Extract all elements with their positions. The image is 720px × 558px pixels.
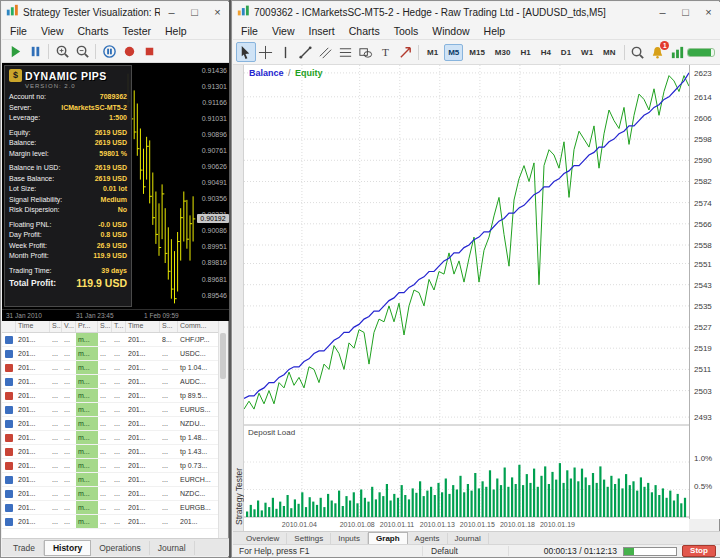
table-row[interactable]: 201.........m.........201......EURGB... <box>2 501 220 515</box>
menu-file[interactable]: File <box>234 23 265 39</box>
menu-tester[interactable]: Tester <box>115 23 158 39</box>
value-label: 2623 <box>694 69 712 78</box>
shapes-tool-button[interactable] <box>355 42 375 62</box>
table-row[interactable]: 201.........m.........201......tp 1.43..… <box>2 445 220 459</box>
tab-settings[interactable]: Settings <box>287 533 331 544</box>
value-label: 2582 <box>694 177 712 186</box>
tab-inputs[interactable]: Inputs <box>331 533 368 544</box>
table-row[interactable]: 201.........m.........201......AUDC... <box>2 375 220 389</box>
cursor-icon <box>238 45 253 60</box>
table-row[interactable]: 201.........m.........201......tp 1.04..… <box>2 361 220 375</box>
cursor-tool-button[interactable] <box>236 42 256 62</box>
menu-file[interactable]: File <box>3 23 34 39</box>
table-row[interactable]: 201.........m.........201......NZDU... <box>2 417 220 431</box>
text-tool-button[interactable]: T <box>375 42 395 62</box>
cell: ... <box>50 403 62 416</box>
history-table[interactable]: 201.........m.........201...8...CHF/JP..… <box>2 333 220 539</box>
tab-overview[interactable]: Overview <box>239 533 287 544</box>
deal-type-cell <box>2 487 16 500</box>
timeframe-m15[interactable]: M15 <box>465 44 489 61</box>
maximize-button[interactable]: □ <box>674 2 697 22</box>
alerts-button[interactable]: 1 <box>647 42 667 62</box>
vertical-line-tool-button[interactable] <box>276 42 296 62</box>
menu-view[interactable]: View <box>34 23 71 39</box>
timeframe-h4[interactable]: H4 <box>537 44 555 61</box>
channel-icon <box>318 45 333 60</box>
table-row[interactable]: 201.........m.........201......201... <box>2 515 220 529</box>
graph-date-axis[interactable]: 2010.01.042010.01.082010.01.112010.01.13… <box>244 519 689 531</box>
titlebar[interactable]: Strategy Tester Visualization: Re... – □… <box>2 2 229 22</box>
tab-graph[interactable]: Graph <box>368 532 408 545</box>
graph-value-axis[interactable]: 2623261426062598259025822574256625582551… <box>689 65 720 519</box>
tab-history[interactable]: History <box>44 540 91 556</box>
table-row[interactable]: 201.........m.........201......tp 1.48..… <box>2 431 220 445</box>
tester-price-chart[interactable]: 0.914360.913010.911660.910310.908960.907… <box>2 63 229 321</box>
pause-button[interactable] <box>25 41 45 61</box>
menu-view[interactable]: View <box>265 23 302 39</box>
history-table-header[interactable]: TimeS...V...Pr...S...T...TimeS...Comm... <box>2 321 220 333</box>
arrows-tool-button[interactable] <box>395 42 415 62</box>
tab-journal[interactable]: Journal <box>150 541 195 555</box>
table-row[interactable]: 201.........m.........201......EURCH... <box>2 473 220 487</box>
table-row[interactable]: 201.........m.........201...8...CHF/JP..… <box>2 333 220 347</box>
strategy-tester-side-tab[interactable]: Strategy Tester <box>233 65 244 531</box>
tab-journal[interactable]: Journal <box>448 533 489 544</box>
menu-help[interactable]: Help <box>477 23 513 39</box>
search-button[interactable] <box>628 42 648 62</box>
timeframe-m5[interactable]: M5 <box>444 44 463 61</box>
balance-equity-graph[interactable]: Balance / Equity Deposit Load <box>244 65 689 519</box>
stop-visualization-button[interactable] <box>139 41 159 61</box>
menu-charts[interactable]: Charts <box>342 23 387 39</box>
trendline-tool-button[interactable] <box>296 42 316 62</box>
column-header: T... <box>112 321 126 332</box>
minimize-button[interactable]: – <box>160 2 183 22</box>
timeframe-h1[interactable]: H1 <box>516 44 534 61</box>
timeframe-mn[interactable]: MN <box>599 44 619 61</box>
terminal-window: 7009362 - ICMarketsSC-MT5-2 - Hedge - Ra… <box>231 0 720 558</box>
menu-help[interactable]: Help <box>158 23 194 39</box>
value-label: 2606 <box>694 114 712 123</box>
timeframe-w1[interactable]: W1 <box>577 44 597 61</box>
timeframe-m1[interactable]: M1 <box>423 44 442 61</box>
minimize-button[interactable]: – <box>651 2 674 22</box>
table-row[interactable]: 201.........m.........201......tp 0.73..… <box>2 459 220 473</box>
tab-operations[interactable]: Operations <box>91 541 150 555</box>
time-axis[interactable]: 31 Jan 201031 Jan 23:451 Feb 09:59 <box>2 309 229 321</box>
resume-button[interactable] <box>5 41 25 61</box>
profile-name[interactable]: Default <box>423 546 509 556</box>
tab-agents[interactable]: Agents <box>408 533 448 544</box>
crosshair-tool-button[interactable] <box>256 42 276 62</box>
menu-insert[interactable]: Insert <box>302 23 342 39</box>
cell: ... <box>98 431 112 444</box>
zoom-out-button[interactable] <box>72 41 92 61</box>
menu-tools[interactable]: Tools <box>387 23 426 39</box>
titlebar[interactable]: 7009362 - ICMarketsSC-MT5-2 - Hedge - Ra… <box>233 2 720 22</box>
close-button[interactable]: × <box>697 2 720 22</box>
table-row[interactable]: 201.........m.........201......EURUS... <box>2 403 220 417</box>
price-axis[interactable]: 0.914360.913010.911660.910310.908960.907… <box>196 63 229 309</box>
value-label: 2551 <box>694 260 712 269</box>
cell: ... <box>98 473 112 486</box>
tester-panel-button[interactable] <box>667 42 687 62</box>
pause-visualization-button[interactable] <box>99 41 119 61</box>
toolbar-separator <box>48 44 49 59</box>
record-button[interactable] <box>119 41 139 61</box>
timeframe-d1[interactable]: D1 <box>557 44 575 61</box>
fibonacci-tool-button[interactable] <box>335 42 355 62</box>
cell: ... <box>98 361 112 374</box>
table-row[interactable]: 201.........m.........201......tp 89.5..… <box>2 389 220 403</box>
timeframe-m30[interactable]: M30 <box>491 44 515 61</box>
menu-window[interactable]: Window <box>425 23 476 39</box>
table-row[interactable]: 201.........m.........201......USDC... <box>2 347 220 361</box>
legend-separator: / <box>288 68 291 78</box>
scrollbar-thumb[interactable] <box>220 333 226 379</box>
maximize-button[interactable]: □ <box>183 2 206 22</box>
table-scrollbar[interactable] <box>218 321 227 539</box>
tab-trade[interactable]: Trade <box>5 541 44 555</box>
table-row[interactable]: 201.........m.........201......NZDC... <box>2 487 220 501</box>
close-button[interactable]: × <box>206 2 229 22</box>
stop-button[interactable]: Stop <box>682 545 716 557</box>
zoom-in-button[interactable] <box>52 41 72 61</box>
menu-charts[interactable]: Charts <box>71 23 116 39</box>
channel-tool-button[interactable] <box>316 42 336 62</box>
